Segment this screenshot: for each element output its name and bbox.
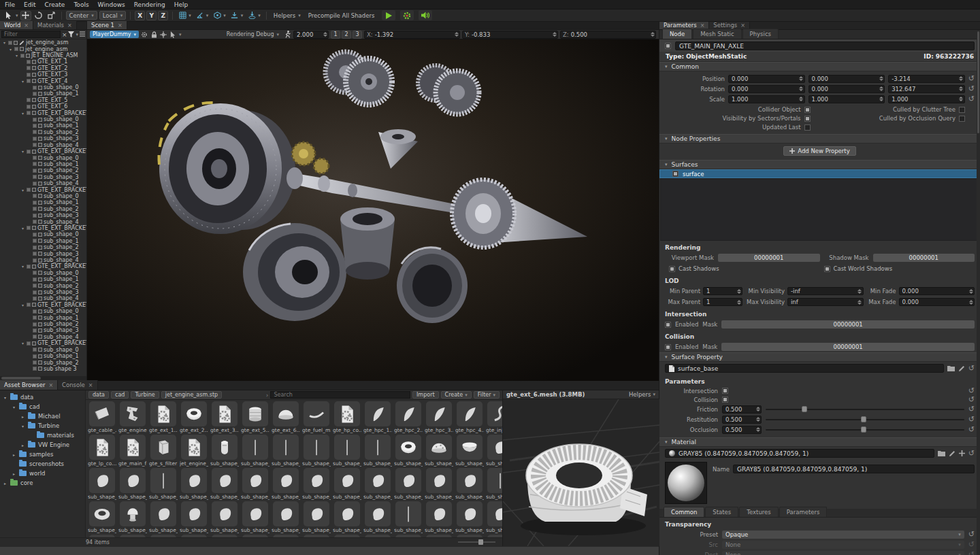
speed-preset-button[interactable]: 3 bbox=[353, 31, 362, 39]
asset-thumbnail-blob-icon[interactable] bbox=[304, 468, 329, 493]
tree-expander-icon[interactable]: ▾ bbox=[14, 53, 19, 58]
folder-expander-icon[interactable]: ▸ bbox=[20, 414, 25, 419]
lod-fade-input[interactable]: 0.000 bbox=[899, 287, 975, 295]
transform-z-input[interactable]: 312.647 bbox=[888, 85, 965, 93]
reset-icon[interactable]: ↺ bbox=[968, 450, 975, 457]
asset-tile[interactable]: sub_shape_… bbox=[302, 435, 331, 467]
speed-preset-button[interactable]: 2 bbox=[342, 31, 351, 39]
node-enabled-icon[interactable] bbox=[33, 239, 37, 243]
asset-thumbnail-blob-icon[interactable] bbox=[365, 501, 391, 526]
tree-item[interactable]: ▾GTE_EXT_BRACKET bbox=[0, 340, 86, 346]
asset-tile[interactable]: sub_shape_… bbox=[394, 501, 423, 533]
camera-coordinate-field[interactable]: Y:-0.833 bbox=[462, 31, 558, 39]
tree-item[interactable]: sub_shape_0 bbox=[0, 154, 86, 161]
reset-icon[interactable]: ↺ bbox=[968, 416, 975, 423]
world-panel-tab[interactable]: Materials× bbox=[33, 21, 77, 29]
menu-item[interactable]: Create bbox=[45, 1, 65, 8]
material-subtab[interactable]: Common bbox=[664, 507, 704, 517]
asset-thumbnail-file-icon[interactable] bbox=[181, 435, 207, 460]
tree-item[interactable]: sub_shape_4 bbox=[0, 142, 86, 148]
slider-value-input[interactable]: 0.500 bbox=[722, 405, 762, 414]
asset-thumbnail-ring-icon[interactable] bbox=[395, 435, 421, 460]
folder-item[interactable]: ▸core bbox=[0, 478, 85, 488]
section-node-properties[interactable]: ▾Node Properties bbox=[659, 134, 980, 144]
tree-item[interactable]: ▾GTE_EXT_BRACKET bbox=[0, 148, 86, 154]
asset-tile[interactable]: sub_shape_… bbox=[241, 435, 270, 467]
node-enabled-icon[interactable] bbox=[33, 309, 37, 314]
node-enabled-icon[interactable] bbox=[33, 169, 37, 173]
surface-property-field[interactable]: surface_base bbox=[665, 364, 944, 373]
tree-item[interactable]: GTE_EXT_1 bbox=[0, 58, 86, 65]
node-enabled-icon[interactable] bbox=[33, 220, 37, 224]
reset-icon[interactable]: ↺ bbox=[968, 75, 975, 82]
filter-funnel-icon[interactable] bbox=[68, 31, 74, 37]
asset-thumbnail-file-icon[interactable] bbox=[120, 435, 146, 460]
asset-tile[interactable]: sub_shape_… bbox=[272, 468, 300, 500]
asset-tile[interactable]: sub_shape_… bbox=[455, 468, 484, 500]
camera-speed-input[interactable]: 2.000 bbox=[293, 31, 329, 39]
asset-tile[interactable]: sub_shape_… bbox=[333, 468, 361, 500]
vertex-snap-caret[interactable]: ▾ bbox=[223, 13, 226, 18]
tree-item[interactable]: sub_shape_0 bbox=[0, 308, 86, 314]
tree-item[interactable]: GTE_EXT_2 bbox=[0, 65, 86, 71]
world-panel-tab[interactable]: World× bbox=[0, 21, 33, 29]
asset-tile[interactable]: sub_shape_… bbox=[272, 435, 300, 467]
tree-expander-icon[interactable]: ▾ bbox=[8, 47, 13, 52]
pivot-select[interactable]: Center▾ bbox=[66, 11, 97, 20]
node-enabled-icon[interactable] bbox=[20, 54, 24, 58]
reset-icon[interactable]: ↺ bbox=[968, 365, 975, 372]
asset-tile[interactable]: sub_shape_… bbox=[180, 501, 208, 533]
asset-tile[interactable]: sub_shape_… bbox=[486, 501, 502, 533]
drop-snap-caret[interactable]: ▾ bbox=[258, 13, 261, 18]
material-subtab[interactable]: Textures bbox=[739, 507, 779, 517]
axis-toggle-button[interactable]: X bbox=[135, 11, 145, 20]
node-enabled-icon[interactable] bbox=[33, 316, 37, 320]
node-enabled-icon[interactable] bbox=[33, 278, 37, 282]
asset-thumbnail-file-icon[interactable] bbox=[212, 401, 238, 426]
asset-browser-tab[interactable]: Asset Browser× bbox=[0, 380, 58, 390]
asset-tile[interactable]: gte_hpc_2… bbox=[394, 401, 423, 433]
tree-item[interactable]: sub_shape_4 bbox=[0, 334, 86, 340]
checkbox[interactable] bbox=[804, 116, 811, 122]
sound-icon[interactable] bbox=[419, 10, 432, 20]
asset-thumbnail-blob-icon[interactable] bbox=[457, 468, 483, 493]
checkbox[interactable] bbox=[959, 107, 965, 113]
lod-parent-input[interactable]: 1 bbox=[703, 298, 742, 306]
tree-item[interactable]: sub_shape_1 bbox=[0, 90, 86, 97]
asset-thumbnail-cylinder-icon[interactable] bbox=[242, 401, 268, 426]
asset-tile[interactable]: sub_shape_… bbox=[425, 468, 453, 500]
asset-thumbnail-blob-icon[interactable] bbox=[487, 501, 502, 526]
lod-visibility-input[interactable]: inf bbox=[787, 298, 864, 306]
scale-tool-button[interactable] bbox=[46, 11, 57, 20]
tree-item[interactable]: sub_shape_0 bbox=[0, 347, 86, 353]
tree-item[interactable]: sub_shape_4 bbox=[0, 218, 86, 224]
asset-tile[interactable]: sub_shape_… bbox=[363, 435, 392, 467]
folder-item[interactable]: ▾data bbox=[0, 392, 85, 402]
asset-thumbnail-blob-icon[interactable] bbox=[150, 501, 176, 526]
folder-item[interactable]: materials bbox=[0, 431, 85, 440]
node-enabled-icon[interactable] bbox=[8, 41, 12, 45]
tree-item[interactable]: ▾JET_ENGINE_ASM bbox=[0, 52, 86, 58]
asset-tile[interactable]: sub_shape_… bbox=[302, 501, 331, 533]
shadow-mask-button[interactable]: 00000001 bbox=[873, 254, 975, 262]
surface-checkbox[interactable] bbox=[672, 171, 679, 177]
asset-thumbnail-capsule-icon[interactable] bbox=[212, 435, 238, 460]
asset-thumbnail-blob-icon[interactable] bbox=[120, 468, 146, 493]
asset-thumbnail-blob-icon[interactable] bbox=[212, 501, 238, 526]
folder-expander-icon[interactable]: ▾ bbox=[3, 395, 7, 400]
material-preview[interactable] bbox=[665, 462, 707, 504]
node-enabled-icon[interactable] bbox=[33, 194, 37, 198]
breadcrumb-scroll-arrow[interactable]: › bbox=[266, 392, 269, 399]
grid-snap-caret[interactable]: ▾ bbox=[189, 13, 191, 18]
node-enabled-icon[interactable] bbox=[33, 92, 37, 96]
asset-thumbnail-blob-icon[interactable] bbox=[304, 501, 329, 526]
asset-thumbnail-blade-icon[interactable] bbox=[395, 401, 421, 426]
node-enabled-icon[interactable] bbox=[27, 150, 31, 154]
asset-tile[interactable]: gte_hpc_3… bbox=[425, 401, 453, 433]
add-new-property-button[interactable]: Add New Property bbox=[783, 146, 855, 156]
transform-y-input[interactable]: 0.000 bbox=[808, 85, 885, 93]
transform-x-input[interactable]: 0.000 bbox=[728, 75, 805, 83]
node-enabled-icon[interactable] bbox=[27, 60, 31, 64]
node-enabled-icon[interactable] bbox=[33, 271, 37, 275]
select-tool-caret[interactable]: ▾ bbox=[16, 13, 18, 18]
